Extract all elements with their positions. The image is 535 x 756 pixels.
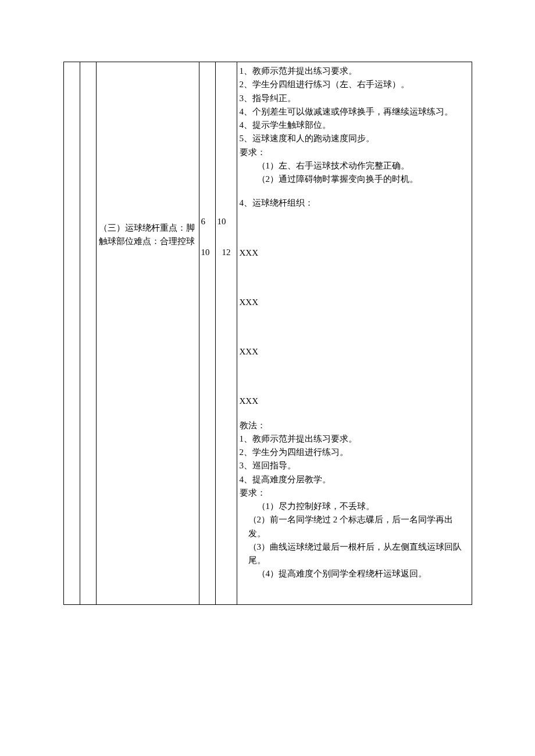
col-6-content: 1、教师示范并提出练习要求。 2、学生分四组进行练习（左、右手运球）。 3、指导… bbox=[237, 62, 472, 605]
b-req4: （4）提高难度个别同学全程绕杆运球返回。 bbox=[240, 567, 469, 581]
a-req-label: 要求： bbox=[240, 146, 469, 159]
org-label: 4、运球绕杆组织： bbox=[240, 196, 469, 210]
a-line4: 4、个别差生可以做减速或停球换手，再继续运球练习。 bbox=[240, 105, 469, 119]
col-4-numbers: 6 10 bbox=[199, 62, 215, 605]
page-container: （三）运球绕杆重点：脚触球部位难点：合理控球 6 10 10 12 1、教师示范… bbox=[0, 0, 535, 756]
group-1: XXX bbox=[240, 246, 469, 260]
b-t2: 2、学生分为四组进行练习。 bbox=[240, 446, 469, 459]
col-2-empty bbox=[80, 62, 96, 605]
topic-text: （三）运球绕杆重点：脚触球部位难点：合理控球 bbox=[99, 223, 195, 246]
b-req3: （3）曲线运球绕过最后一根杆后，从左侧直线运球回队尾。 bbox=[240, 540, 469, 568]
a-line2: 2、学生分四组进行练习（左、右手运球）。 bbox=[240, 78, 469, 91]
a-req2: （2）通过障碍物时掌握变向换手的时机。 bbox=[240, 173, 469, 186]
lesson-plan-table: （三）运球绕杆重点：脚触球部位难点：合理控球 6 10 10 12 1、教师示范… bbox=[63, 62, 472, 605]
a-line5: 4、提示学生触球部位。 bbox=[240, 119, 469, 132]
a-req1: （1）左、右手运球技术动作完整正确。 bbox=[240, 159, 469, 173]
table-row: （三）运球绕杆重点：脚触球部位难点：合理控球 6 10 10 12 1、教师示范… bbox=[63, 62, 472, 605]
value-6: 6 bbox=[201, 206, 214, 237]
b-t1: 1、教师示范并提出练习要求。 bbox=[240, 432, 469, 446]
b-teach-label: 教法： bbox=[240, 419, 469, 432]
a-line6: 5、运球速度和人的跑动速度同步。 bbox=[240, 132, 469, 145]
b-req2: （2）前一名同学绕过 2 个标志碟后，后一名同学再出发。 bbox=[240, 513, 469, 540]
value-10: 10 bbox=[217, 206, 236, 237]
group-2: XXX bbox=[240, 296, 469, 309]
a-line3: 3、指导纠正。 bbox=[240, 92, 469, 105]
group-3: XXX bbox=[240, 345, 469, 359]
b-t4: 4、提高难度分层教学。 bbox=[240, 473, 469, 486]
b-req-label: 要求： bbox=[240, 486, 469, 500]
group-4: XXX bbox=[240, 395, 469, 408]
a-line1: 1、教师示范并提出练习要求。 bbox=[240, 65, 469, 78]
value-12: 12 bbox=[217, 237, 236, 268]
value-10: 10 bbox=[201, 237, 214, 268]
col-3-topic: （三）运球绕杆重点：脚触球部位难点：合理控球 bbox=[96, 62, 199, 605]
col-5-numbers: 10 12 bbox=[215, 62, 237, 605]
b-t3: 3、巡回指导。 bbox=[240, 459, 469, 472]
b-req1: （1）尽力控制好球，不丢球。 bbox=[240, 500, 469, 513]
col-1-empty bbox=[63, 62, 80, 605]
